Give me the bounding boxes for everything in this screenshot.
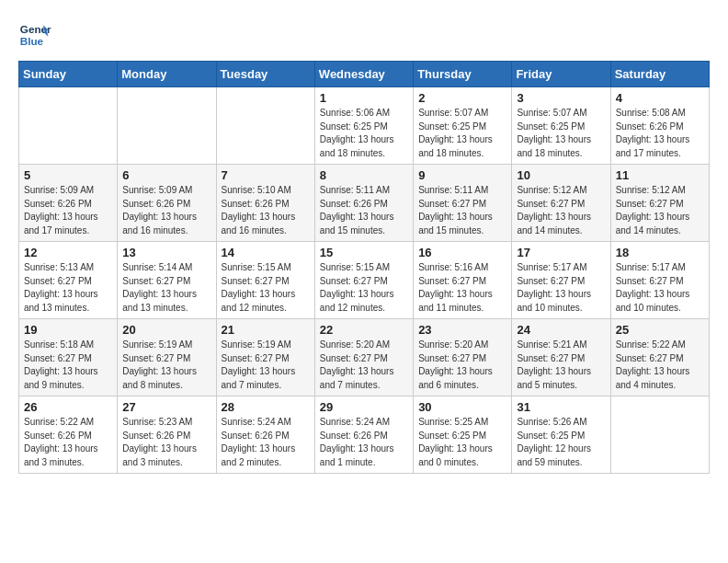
calendar-week-row: 1Sunrise: 5:06 AM Sunset: 6:25 PM Daylig…: [19, 87, 710, 165]
weekday-header: Wednesday: [314, 62, 413, 87]
calendar-cell: 22Sunrise: 5:20 AM Sunset: 6:27 PM Dayli…: [314, 319, 413, 396]
day-number: 8: [320, 168, 408, 182]
day-number: 9: [418, 168, 506, 182]
svg-text:Blue: Blue: [20, 35, 44, 47]
calendar-cell: 30Sunrise: 5:25 AM Sunset: 6:25 PM Dayli…: [414, 396, 512, 474]
calendar-cell: 7Sunrise: 5:10 AM Sunset: 6:26 PM Daylig…: [216, 165, 314, 242]
day-info: Sunrise: 5:08 AM Sunset: 6:26 PM Dayligh…: [616, 107, 704, 160]
day-number: 29: [320, 400, 408, 414]
calendar-cell: 31Sunrise: 5:26 AM Sunset: 6:25 PM Dayli…: [512, 396, 610, 474]
calendar-cell: 6Sunrise: 5:09 AM Sunset: 6:26 PM Daylig…: [118, 165, 216, 242]
day-number: 17: [517, 246, 605, 259]
day-number: 6: [122, 168, 210, 182]
day-number: 7: [222, 168, 310, 182]
day-number: 26: [24, 400, 112, 414]
day-info: Sunrise: 5:24 AM Sunset: 6:26 PM Dayligh…: [320, 416, 408, 469]
day-number: 30: [418, 400, 506, 414]
day-number: 24: [517, 323, 605, 337]
logo: General Blue: [18, 18, 51, 52]
day-number: 20: [122, 323, 210, 337]
calendar-week-row: 12Sunrise: 5:13 AM Sunset: 6:27 PM Dayli…: [19, 242, 710, 319]
day-info: Sunrise: 5:25 AM Sunset: 6:25 PM Dayligh…: [418, 416, 506, 469]
day-number: 19: [24, 323, 112, 337]
calendar-cell: 17Sunrise: 5:17 AM Sunset: 6:27 PM Dayli…: [512, 242, 610, 319]
day-info: Sunrise: 5:19 AM Sunset: 6:27 PM Dayligh…: [222, 339, 310, 392]
calendar-cell: 24Sunrise: 5:21 AM Sunset: 6:27 PM Dayli…: [512, 319, 610, 396]
calendar-cell: 5Sunrise: 5:09 AM Sunset: 6:26 PM Daylig…: [19, 165, 118, 242]
weekday-header: Saturday: [610, 62, 709, 87]
day-info: Sunrise: 5:15 AM Sunset: 6:27 PM Dayligh…: [222, 261, 310, 315]
day-info: Sunrise: 5:09 AM Sunset: 6:26 PM Dayligh…: [122, 184, 210, 237]
day-number: 5: [24, 168, 112, 182]
calendar-cell: 25Sunrise: 5:22 AM Sunset: 6:27 PM Dayli…: [610, 319, 709, 396]
calendar-cell: 3Sunrise: 5:07 AM Sunset: 6:25 PM Daylig…: [512, 87, 610, 165]
day-info: Sunrise: 5:20 AM Sunset: 6:27 PM Dayligh…: [320, 339, 408, 392]
weekday-header: Tuesday: [216, 62, 314, 87]
day-info: Sunrise: 5:12 AM Sunset: 6:27 PM Dayligh…: [517, 184, 605, 237]
calendar-cell: 14Sunrise: 5:15 AM Sunset: 6:27 PM Dayli…: [216, 242, 314, 319]
logo-icon: General Blue: [18, 18, 51, 52]
day-info: Sunrise: 5:10 AM Sunset: 6:26 PM Dayligh…: [222, 184, 310, 237]
calendar-cell: 15Sunrise: 5:15 AM Sunset: 6:27 PM Dayli…: [314, 242, 413, 319]
day-number: 12: [24, 246, 112, 259]
day-info: Sunrise: 5:19 AM Sunset: 6:27 PM Dayligh…: [122, 339, 210, 392]
day-number: 15: [320, 246, 408, 259]
day-info: Sunrise: 5:09 AM Sunset: 6:26 PM Dayligh…: [24, 184, 112, 237]
calendar-cell: [610, 396, 709, 474]
day-number: 28: [222, 400, 310, 414]
day-info: Sunrise: 5:20 AM Sunset: 6:27 PM Dayligh…: [418, 339, 506, 392]
day-info: Sunrise: 5:16 AM Sunset: 6:27 PM Dayligh…: [418, 261, 506, 315]
calendar-cell: 28Sunrise: 5:24 AM Sunset: 6:26 PM Dayli…: [216, 396, 314, 474]
calendar-cell: 21Sunrise: 5:19 AM Sunset: 6:27 PM Dayli…: [216, 319, 314, 396]
calendar-cell: 2Sunrise: 5:07 AM Sunset: 6:25 PM Daylig…: [414, 87, 512, 165]
calendar-cell: [19, 87, 118, 165]
page-header: General Blue: [18, 18, 710, 52]
calendar-cell: 8Sunrise: 5:11 AM Sunset: 6:26 PM Daylig…: [314, 165, 413, 242]
calendar-cell: 12Sunrise: 5:13 AM Sunset: 6:27 PM Dayli…: [19, 242, 118, 319]
day-info: Sunrise: 5:14 AM Sunset: 6:27 PM Dayligh…: [122, 261, 210, 315]
weekday-header: Friday: [512, 62, 610, 87]
day-number: 13: [122, 246, 210, 259]
day-info: Sunrise: 5:15 AM Sunset: 6:27 PM Dayligh…: [320, 261, 408, 315]
day-info: Sunrise: 5:17 AM Sunset: 6:27 PM Dayligh…: [616, 261, 704, 315]
calendar-week-row: 26Sunrise: 5:22 AM Sunset: 6:26 PM Dayli…: [19, 396, 710, 474]
day-info: Sunrise: 5:11 AM Sunset: 6:27 PM Dayligh…: [418, 184, 506, 237]
day-number: 16: [418, 246, 506, 259]
day-info: Sunrise: 5:06 AM Sunset: 6:25 PM Dayligh…: [320, 107, 408, 160]
weekday-header: Thursday: [414, 62, 512, 87]
day-info: Sunrise: 5:13 AM Sunset: 6:27 PM Dayligh…: [24, 261, 112, 315]
calendar-cell: 19Sunrise: 5:18 AM Sunset: 6:27 PM Dayli…: [19, 319, 118, 396]
day-info: Sunrise: 5:18 AM Sunset: 6:27 PM Dayligh…: [24, 339, 112, 392]
day-number: 3: [517, 91, 605, 105]
calendar-cell: 11Sunrise: 5:12 AM Sunset: 6:27 PM Dayli…: [610, 165, 709, 242]
day-number: 22: [320, 323, 408, 337]
day-info: Sunrise: 5:12 AM Sunset: 6:27 PM Dayligh…: [616, 184, 704, 237]
calendar-cell: [118, 87, 216, 165]
day-number: 14: [222, 246, 310, 259]
day-number: 31: [517, 400, 605, 414]
calendar-cell: 18Sunrise: 5:17 AM Sunset: 6:27 PM Dayli…: [610, 242, 709, 319]
day-info: Sunrise: 5:21 AM Sunset: 6:27 PM Dayligh…: [517, 339, 605, 392]
calendar-week-row: 5Sunrise: 5:09 AM Sunset: 6:26 PM Daylig…: [19, 165, 710, 242]
calendar-cell: [216, 87, 314, 165]
day-info: Sunrise: 5:24 AM Sunset: 6:26 PM Dayligh…: [222, 416, 310, 469]
day-info: Sunrise: 5:26 AM Sunset: 6:25 PM Dayligh…: [517, 416, 605, 469]
calendar-cell: 13Sunrise: 5:14 AM Sunset: 6:27 PM Dayli…: [118, 242, 216, 319]
weekday-header: Sunday: [19, 62, 118, 87]
calendar-cell: 10Sunrise: 5:12 AM Sunset: 6:27 PM Dayli…: [512, 165, 610, 242]
day-number: 10: [517, 168, 605, 182]
weekday-header-row: SundayMondayTuesdayWednesdayThursdayFrid…: [19, 62, 710, 87]
day-number: 25: [616, 323, 704, 337]
day-info: Sunrise: 5:07 AM Sunset: 6:25 PM Dayligh…: [418, 107, 506, 160]
calendar-cell: 20Sunrise: 5:19 AM Sunset: 6:27 PM Dayli…: [118, 319, 216, 396]
calendar-cell: 26Sunrise: 5:22 AM Sunset: 6:26 PM Dayli…: [19, 396, 118, 474]
calendar-cell: 9Sunrise: 5:11 AM Sunset: 6:27 PM Daylig…: [414, 165, 512, 242]
day-info: Sunrise: 5:07 AM Sunset: 6:25 PM Dayligh…: [517, 107, 605, 160]
day-number: 11: [616, 168, 704, 182]
day-number: 27: [122, 400, 210, 414]
day-number: 21: [222, 323, 310, 337]
day-info: Sunrise: 5:22 AM Sunset: 6:27 PM Dayligh…: [616, 339, 704, 392]
day-info: Sunrise: 5:11 AM Sunset: 6:26 PM Dayligh…: [320, 184, 408, 237]
calendar-cell: 29Sunrise: 5:24 AM Sunset: 6:26 PM Dayli…: [314, 396, 413, 474]
day-info: Sunrise: 5:22 AM Sunset: 6:26 PM Dayligh…: [24, 416, 112, 469]
